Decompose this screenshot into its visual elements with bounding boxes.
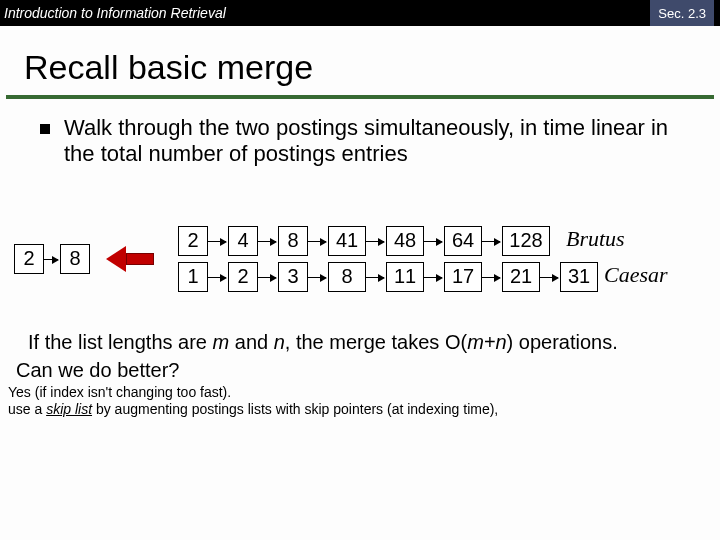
footnote: Yes (if index isn't changing too fast). … xyxy=(0,382,720,419)
posting-cell: 48 xyxy=(386,226,424,256)
arrow-icon xyxy=(308,277,326,278)
posting-cell: 1 xyxy=(178,262,208,292)
term-label: Brutus xyxy=(566,226,625,252)
complexity-text: If the list lengths are m and n, the mer… xyxy=(0,328,720,355)
bullet-row: Walk through the two postings simultaneo… xyxy=(0,99,720,168)
arrow-icon xyxy=(258,241,276,242)
red-arrow-icon xyxy=(106,246,154,272)
left-cell: 8 xyxy=(60,244,90,274)
arrow-icon xyxy=(208,277,226,278)
var-m: m xyxy=(213,331,230,353)
posting-cell: 64 xyxy=(444,226,482,256)
section-badge: Sec. 2.3 xyxy=(650,0,714,26)
arrow-icon xyxy=(482,277,500,278)
posting-cell: 31 xyxy=(560,262,598,292)
arrow-icon xyxy=(482,241,500,242)
posting-cell: 17 xyxy=(444,262,482,292)
arrow-icon xyxy=(258,277,276,278)
posting-cell: 2 xyxy=(178,226,208,256)
arrow-icon xyxy=(366,241,384,242)
skip-list-term: skip list xyxy=(46,401,92,417)
text: and xyxy=(229,331,273,353)
posting-cell: 2 xyxy=(228,262,258,292)
text: , the merge takes O( xyxy=(285,331,467,353)
arrow-icon xyxy=(424,277,442,278)
posting-cell: 11 xyxy=(386,262,424,292)
merge-diagram: 2 8 2 4 8 41 48 64 128 Brutus 1 2 3 8 11… xyxy=(0,208,720,328)
arrow-icon xyxy=(44,259,58,260)
slide-title: Recall basic merge xyxy=(0,26,720,93)
bullet-text: Walk through the two postings simultaneo… xyxy=(64,115,694,168)
text: use a xyxy=(8,401,46,417)
arrow-icon xyxy=(308,241,326,242)
arrow-icon xyxy=(366,277,384,278)
header-bar: Introduction to Information Retrieval Se… xyxy=(0,0,720,26)
header-left: Introduction to Information Retrieval xyxy=(4,5,226,21)
posting-cell: 8 xyxy=(278,226,308,256)
arrow-icon xyxy=(424,241,442,242)
posting-cell: 41 xyxy=(328,226,366,256)
left-cell: 2 xyxy=(14,244,44,274)
posting-cell: 8 xyxy=(328,262,366,292)
footnote-line1: Yes (if index isn't changing too fast). xyxy=(8,384,694,402)
term-label: Caesar xyxy=(604,262,668,288)
posting-cell: 3 xyxy=(278,262,308,292)
arrow-icon xyxy=(540,277,558,278)
posting-cell: 4 xyxy=(228,226,258,256)
text: by augmenting postings lists with skip p… xyxy=(92,401,498,417)
var-mn: m+n xyxy=(467,331,506,353)
text: If the list lengths are xyxy=(28,331,213,353)
footnote-line2: use a skip list by augmenting postings l… xyxy=(8,401,694,419)
posting-cell: 21 xyxy=(502,262,540,292)
posting-cell: 128 xyxy=(502,226,550,256)
question-text: Can we do better? xyxy=(0,355,720,382)
arrow-icon xyxy=(208,241,226,242)
bullet-square-icon xyxy=(40,124,50,134)
var-n: n xyxy=(274,331,285,353)
text: ) operations. xyxy=(507,331,618,353)
